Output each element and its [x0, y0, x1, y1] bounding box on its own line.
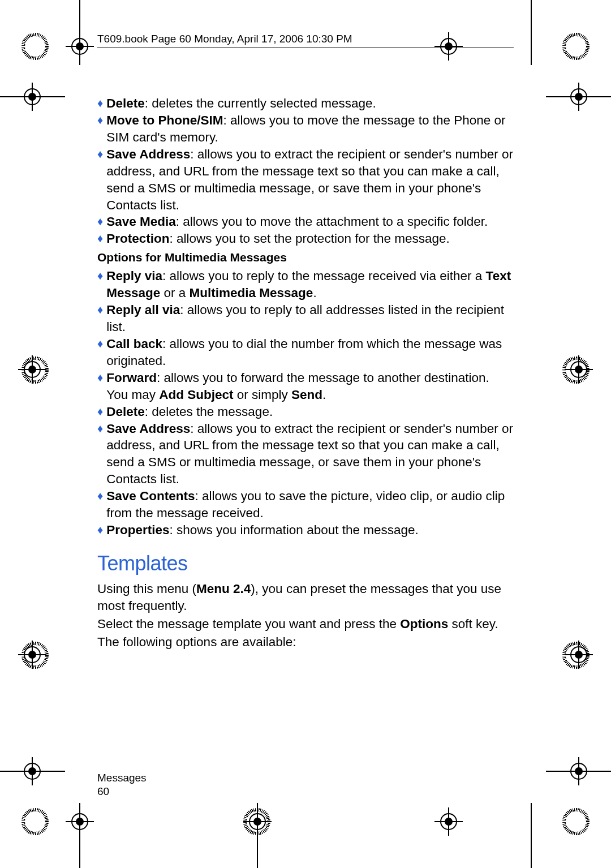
footer-page-number: 60 [97, 785, 147, 799]
reg-target-icon [570, 88, 587, 105]
reg-target-icon [24, 88, 41, 105]
crop-mark [531, 0, 532, 65]
paragraph: Using this menu (Menu 2.4), you can pres… [97, 581, 514, 615]
reg-target-icon [24, 646, 41, 663]
subheading: Options for Multimedia Messages [97, 250, 514, 265]
diamond-bullet-icon: ♦ [97, 268, 106, 302]
reg-target-icon [570, 361, 587, 378]
list-item: ♦ Save Media: allows you to move the att… [97, 213, 514, 230]
list-item: ♦ Reply all via: allows you to reply to … [97, 302, 514, 336]
list-item: ♦ Save Address: allows you to extract th… [97, 146, 514, 214]
list-item: ♦ Protection: allows you to set the prot… [97, 230, 514, 247]
page-body: ♦ Delete: deletes the currently selected… [97, 95, 514, 652]
paragraph: The following options are available: [97, 634, 514, 651]
page-header: T609.book Page 60 Monday, April 17, 2006… [97, 33, 514, 48]
list-item: ♦ Properties: shows you information abou… [97, 522, 514, 539]
diamond-bullet-icon: ♦ [97, 369, 106, 403]
diamond-bullet-icon: ♦ [97, 302, 106, 336]
paragraph: Select the message template you want and… [97, 616, 514, 633]
list-item: ♦ Reply via: allows you to reply to the … [97, 268, 514, 302]
diamond-bullet-icon: ♦ [97, 95, 106, 112]
crop-mark [531, 803, 532, 868]
list-item: ♦ Save Address: allows you to extract th… [97, 420, 514, 488]
footer-section: Messages [97, 771, 147, 785]
diamond-bullet-icon: ♦ [97, 112, 106, 146]
reg-gear-icon [562, 808, 590, 835]
reg-target-icon [570, 763, 587, 780]
reg-target-icon [24, 763, 41, 780]
diamond-bullet-icon: ♦ [97, 488, 106, 522]
diamond-bullet-icon: ♦ [97, 230, 106, 247]
page-footer: Messages 60 [97, 771, 147, 799]
reg-gear-icon [21, 808, 49, 835]
list-item: ♦ Save Contents: allows you to save the … [97, 488, 514, 522]
diamond-bullet-icon: ♦ [97, 213, 106, 230]
page-frame: T609.book Page 60 Monday, April 17, 2006… [86, 33, 525, 835]
diamond-bullet-icon: ♦ [97, 403, 106, 420]
diamond-bullet-icon: ♦ [97, 420, 106, 488]
diamond-bullet-icon: ♦ [97, 522, 106, 539]
diamond-bullet-icon: ♦ [97, 336, 106, 369]
reg-target-icon [24, 361, 41, 378]
reg-gear-icon [21, 33, 49, 60]
list-item: ♦ Delete: deletes the message. [97, 403, 514, 420]
list-item: ♦ Call back: allows you to dial the numb… [97, 336, 514, 369]
diamond-bullet-icon: ♦ [97, 146, 106, 214]
list-item: ♦ Move to Phone/SIM: allows you to move … [97, 112, 514, 146]
reg-gear-icon [562, 33, 590, 60]
section-heading: Templates [97, 550, 514, 577]
reg-target-icon [570, 646, 587, 663]
list-item: ♦ Forward: allows you to forward the mes… [97, 369, 514, 403]
list-item: ♦ Delete: deletes the currently selected… [97, 95, 514, 112]
